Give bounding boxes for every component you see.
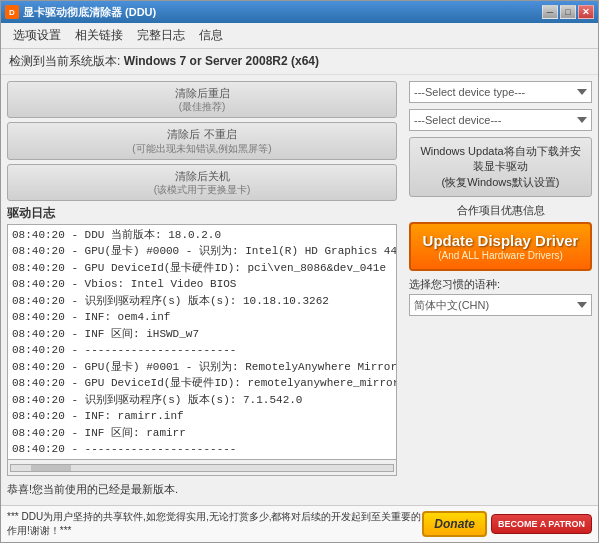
donate-button[interactable]: Donate [422, 511, 487, 537]
patron-button[interactable]: BECOME A PATRON [491, 514, 592, 535]
donate-buttons: Donate BECOME A PATRON [422, 511, 592, 537]
windows-update-line2: (恢复Windows默认设置) [418, 175, 583, 190]
log-line: 08:40:20 - GPU(显卡) #0000 - 识别为: Intel(R)… [12, 243, 392, 260]
minimize-button[interactable]: ─ [542, 5, 558, 19]
title-bar: D 显卡驱动彻底清除器 (DDU) ─ □ ✕ [1, 1, 598, 23]
log-line: 08:40:20 - ----------------------- [12, 342, 392, 359]
menu-log[interactable]: 完整日志 [131, 25, 191, 46]
btn1-line1: 清除后重启 [16, 86, 388, 100]
h-scrollbar-thumb[interactable] [31, 465, 71, 471]
log-line: 08:40:20 - GPU DeviceId(显卡硬件ID): remotel… [12, 375, 392, 392]
log-area[interactable]: 08:40:20 - DDU 当前版本: 18.0.2.008:40:20 - … [7, 224, 397, 460]
log-scrollbar[interactable] [7, 460, 397, 476]
update-driver-button[interactable]: Update Display Driver (And ALL Hardware … [409, 222, 592, 271]
language-select[interactable]: 简体中文(CHN) [409, 294, 592, 316]
menu-bar: 选项设置 相关链接 完整日志 信息 [1, 23, 598, 49]
menu-info[interactable]: 信息 [193, 25, 229, 46]
app-icon: D [5, 5, 19, 19]
btn2-line2: (可能出现未知错误,例如黑屏等) [16, 142, 388, 155]
log-line: 08:40:20 - INF: ramirr.inf [12, 408, 392, 425]
restart-clean-button[interactable]: 清除后重启 (最佳推荐) [7, 81, 397, 118]
status-message: 恭喜!您当前使用的已经是最新版本. [7, 480, 397, 499]
device-type-select[interactable]: ---Select device type--- [409, 81, 592, 103]
windows-update-button[interactable]: Windows Updata将自动下载并安装显卡驱动 (恢复Windows默认设… [409, 137, 592, 197]
status-value: Windows 7 or Server 2008R2 (x64) [124, 54, 319, 68]
log-line: 08:40:20 - GPU DeviceId(显卡硬件ID): pci\ven… [12, 260, 392, 277]
update-driver-main-text: Update Display Driver [417, 232, 584, 250]
btn3-line2: (该模式用于更换显卡) [16, 183, 388, 196]
title-controls: ─ □ ✕ [542, 5, 594, 19]
menu-options[interactable]: 选项设置 [7, 25, 67, 46]
windows-update-line1: Windows Updata将自动下载并安装显卡驱动 [418, 144, 583, 175]
donate-text: *** DDU为用户坚持的共享软件,如您觉得实用,无论打赏多少,都将对后续的开发… [7, 510, 422, 538]
h-scrollbar-track[interactable] [10, 464, 394, 472]
close-button[interactable]: ✕ [578, 5, 594, 19]
log-line: 08:40:20 - 识别到驱动程序(s) 版本(s): 7.1.542.0 [12, 392, 392, 409]
update-driver-sub-text: (And ALL Hardware Drivers) [417, 250, 584, 261]
log-line: 08:40:20 - ----------------------- [12, 441, 392, 458]
log-line: 08:40:20 - INF 区间: ramirr [12, 425, 392, 442]
donate-area: *** DDU为用户坚持的共享软件,如您觉得实用,无论打赏多少,都将对后续的开发… [1, 505, 598, 542]
partner-title: 合作项目优惠信息 [409, 203, 592, 218]
window-title: 显卡驱动彻底清除器 (DDU) [23, 5, 156, 20]
language-section: 选择您习惯的语种: 简体中文(CHN) [409, 277, 592, 316]
language-label: 选择您习惯的语种: [409, 277, 592, 292]
log-section: 驱动日志 08:40:20 - DDU 当前版本: 18.0.2.008:40:… [7, 205, 397, 476]
log-line: 08:40:20 - DDU 当前版本: 18.0.2.0 [12, 227, 392, 244]
right-panel: ---Select device type--- ---Select devic… [403, 75, 598, 505]
status-bar: 检测到当前系统版本: Windows 7 or Server 2008R2 (x… [1, 49, 598, 75]
log-line: 08:40:20 - INF 区间: iHSWD_w7 [12, 326, 392, 343]
menu-links[interactable]: 相关链接 [69, 25, 129, 46]
btn2-line1: 清除后 不重启 [16, 127, 388, 141]
btn1-line2: (最佳推荐) [16, 100, 388, 113]
title-bar-left: D 显卡驱动彻底清除器 (DDU) [5, 5, 156, 20]
left-panel: 清除后重启 (最佳推荐) 清除后 不重启 (可能出现未知错误,例如黑屏等) 清除… [1, 75, 403, 505]
partner-section: 合作项目优惠信息 Update Display Driver (And ALL … [409, 203, 592, 271]
btn3-line1: 清除后关机 [16, 169, 388, 183]
main-window: D 显卡驱动彻底清除器 (DDU) ─ □ ✕ 选项设置 相关链接 完整日志 信… [0, 0, 599, 543]
maximize-button[interactable]: □ [560, 5, 576, 19]
status-prefix: 检测到当前系统版本: [9, 54, 120, 68]
no-restart-clean-button[interactable]: 清除后 不重启 (可能出现未知错误,例如黑屏等) [7, 122, 397, 159]
log-line: 08:40:20 - Vbios: Intel Video BIOS [12, 276, 392, 293]
log-line: 08:40:20 - GPU(显卡) #0001 - 识别为: Remotely… [12, 359, 392, 376]
main-content: 清除后重启 (最佳推荐) 清除后 不重启 (可能出现未知错误,例如黑屏等) 清除… [1, 75, 598, 505]
shutdown-clean-button[interactable]: 清除后关机 (该模式用于更换显卡) [7, 164, 397, 201]
device-select[interactable]: ---Select device--- [409, 109, 592, 131]
log-title: 驱动日志 [7, 205, 397, 222]
log-line: 08:40:20 - 识别到驱动程序(s) 版本(s): 10.18.10.32… [12, 293, 392, 310]
log-line: 08:40:20 - INF: oem4.inf [12, 309, 392, 326]
